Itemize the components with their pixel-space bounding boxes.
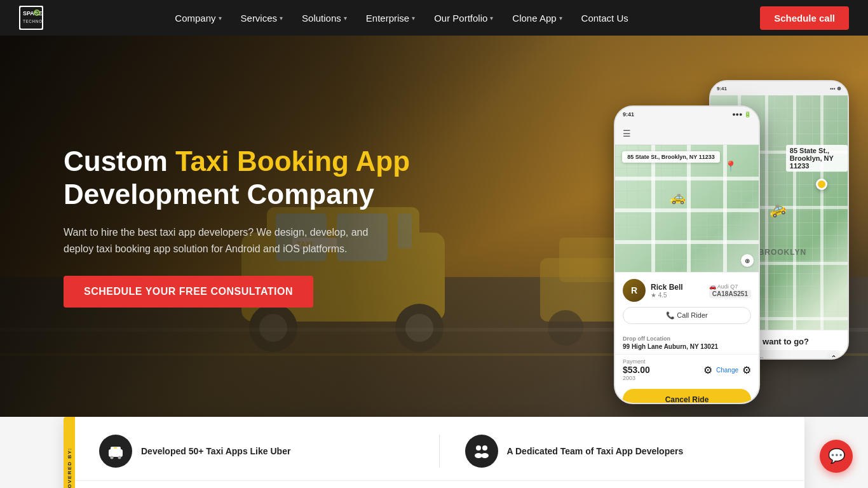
svg-point-27 <box>111 456 114 459</box>
stats-top-row: Developed 50+ Taxi Apps Like Uber A Dedi… <box>64 417 804 480</box>
covered-by-bar: COVERED BY: <box>64 417 75 488</box>
compass-icon: ⊕ <box>741 254 754 267</box>
stat-item-2: A Dedicated Team of Taxi App Developers <box>465 435 780 468</box>
driver-car: ★ 4.5 <box>651 292 704 299</box>
settings-icon: ⚙ <box>703 364 712 376</box>
chat-icon: 💬 <box>828 448 845 464</box>
svg-point-28 <box>118 456 121 459</box>
stat-text-1: Developed 50+ Taxi Apps Like Uber <box>141 445 290 457</box>
cancel-ride-button[interactable]: Cancel Ride <box>623 389 751 404</box>
stat-item-1: Developed 50+ Taxi Apps Like Uber <box>99 435 414 468</box>
phone-status-icons: ●●● 🔋 <box>732 111 751 118</box>
nav-links: Company ▾ Services ▾ Solutions ▾ Enterpr… <box>167 9 635 27</box>
phone-map-area: 🚕 85 State St., Brooklyn, NY 11233 📍 ⊕ <box>615 145 759 272</box>
stat-icon-team <box>465 435 498 468</box>
logo[interactable]: SPACE TECHNOLOGIES <box>19 6 43 30</box>
payment-year: 2003 <box>623 375 650 381</box>
phone-mockups: 9:41 ▪▪▪ ⊛ 🚕 85 State St., Brooklyn, NY … <box>601 67 868 410</box>
chat-bubble-button[interactable]: 💬 <box>820 440 853 473</box>
stats-box: COVERED BY: Developed 50+ Taxi Apps Like… <box>64 417 804 488</box>
stat-title-2: A Dedicated Team of Taxi App Developers <box>507 445 684 457</box>
nav-item-company[interactable]: Company ▾ <box>167 9 229 27</box>
back-phone-time: 9:41 <box>717 86 727 92</box>
driver-info: R Rick Bell ★ 4.5 🚗 Audi Q7 CA18AS251 <box>623 279 751 302</box>
driver-plate: CA18AS251 <box>709 290 751 298</box>
chevron-icon: ▾ <box>490 15 493 22</box>
hero-description: Want to hire the best taxi app developer… <box>64 224 394 257</box>
chevron-icon: ▾ <box>344 15 347 22</box>
navbar: SPACE TECHNOLOGIES Company ▾ Services ▾ … <box>0 0 868 36</box>
phone-status-bar: 9:41 ●●● 🔋 <box>615 107 759 122</box>
covered-by-label: COVERED BY: <box>67 447 72 488</box>
nav-item-portfolio[interactable]: Our Portfolio ▾ <box>426 9 501 27</box>
chevron-icon: ▾ <box>412 15 415 22</box>
nav-item-enterprise[interactable]: Enterprise ▾ <box>358 9 423 27</box>
stat-title-1: Developed 50+ Taxi Apps Like Uber <box>141 445 290 457</box>
phone-time: 9:41 <box>623 111 634 118</box>
stats-section-wrapper: COVERED BY: Developed 50+ Taxi Apps Like… <box>0 417 868 488</box>
hamburger-icon: ☰ <box>623 128 631 139</box>
map-address-label: 85 State St., Brooklyn, NY 11233 <box>786 145 848 172</box>
brooklyn-label: BROOKLYN <box>759 248 807 257</box>
location-pin: 📍 <box>724 160 737 172</box>
drop-off-label: Drop off Location <box>623 336 751 342</box>
hero-title: Custom Taxi Booking App Development Comp… <box>64 145 410 212</box>
drop-off-address: 99 High Lane Auburn, NY 13021 <box>623 343 751 350</box>
consultation-button[interactable]: Schedule Your Free Consultation <box>64 276 313 308</box>
car-type: 🚗 Audi Q7 <box>709 283 751 290</box>
phone-front: 9:41 ●●● 🔋 ☰ 🚕 85 State St., Brooklyn, N… <box>614 105 760 404</box>
phone-top-bar: ☰ <box>615 122 759 145</box>
payment-change-button[interactable]: Change <box>716 367 738 374</box>
change-icon: ⚙ <box>742 364 751 376</box>
driver-rating: ★ 4.5 <box>651 292 667 299</box>
stat-icon-taxi <box>99 435 132 468</box>
hero-section: TAXI Custom Taxi Booking App Development… <box>0 36 868 417</box>
svg-point-30 <box>476 445 481 451</box>
call-rider-button[interactable]: 📞 Call Rider <box>623 307 751 324</box>
nav-item-contact[interactable]: Contact Us <box>574 9 636 27</box>
svg-rect-29 <box>114 447 117 449</box>
logo-icon: SPACE TECHNOLOGIES <box>19 6 43 30</box>
map-address-front: 85 State St., Brooklyn, NY 11233 <box>622 151 719 163</box>
chevron-icon: ▾ <box>219 15 222 22</box>
driver-avatar: R <box>623 279 646 302</box>
payment-label: Payment <box>623 358 650 365</box>
chevron-icon: ▾ <box>559 15 562 22</box>
hero-content: Custom Taxi Booking App Development Comp… <box>0 145 410 308</box>
nav-item-services[interactable]: Services ▾ <box>233 9 291 27</box>
schedule-call-button[interactable]: Schedule call <box>760 6 849 30</box>
svg-point-33 <box>481 453 489 458</box>
driver-card: R Rick Bell ★ 4.5 🚗 Audi Q7 CA18AS251 📞 … <box>615 272 759 336</box>
driver-name: Rick Bell <box>651 283 704 292</box>
back-phone-status: ▪▪▪ ⊛ <box>830 86 841 92</box>
stat-divider <box>439 435 440 468</box>
nav-item-solutions[interactable]: Solutions ▾ <box>294 9 355 27</box>
svg-text:TECHNOLOGIES: TECHNOLOGIES <box>23 19 42 24</box>
chevron-icon: ▾ <box>280 15 283 22</box>
drop-off-section: Drop off Location 99 High Lane Auburn, N… <box>615 336 759 354</box>
logos-row: TC TechCrunch ❚HUFFPOSTi BBC <box>64 480 804 488</box>
svg-point-31 <box>482 445 487 451</box>
payment-row: Payment $53.00 2003 ⚙ Change ⚙ <box>615 354 759 385</box>
nav-item-clone[interactable]: Clone App ▾ <box>505 9 569 27</box>
map-marker <box>816 179 827 190</box>
payment-amount: $53.00 <box>623 365 650 375</box>
stat-text-2: A Dedicated Team of Taxi App Developers <box>507 445 684 457</box>
